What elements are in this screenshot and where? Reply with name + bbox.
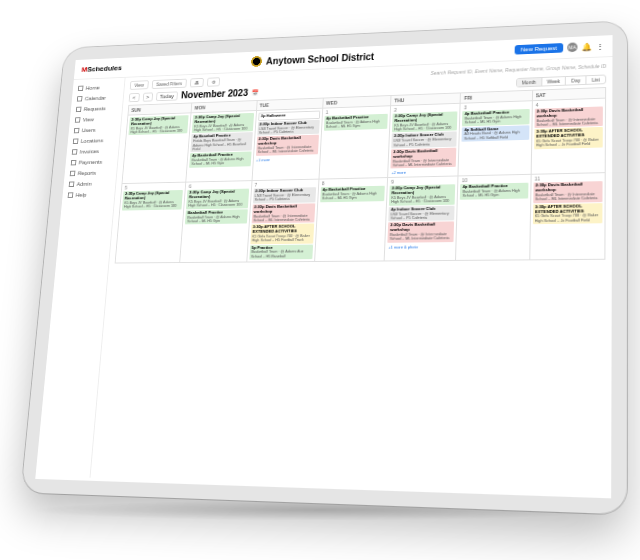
event[interactable]: 2:30p Davis Basketball workshopBasketbal… <box>391 148 457 169</box>
event[interactable]: 2:30p Indoor Soccer ClubLN3 Travel Socce… <box>252 187 316 203</box>
filter-saved[interactable]: Saved Filters <box>151 79 186 89</box>
event-detail: Fields Boys Baseball Team · @ Adams High… <box>192 138 250 152</box>
day-cell[interactable]: 22:30p Camp Joy (Special Recreation)K5 B… <box>388 104 461 179</box>
next-button[interactable]: > <box>142 92 153 101</box>
event-detail: K5 Boys JV Baseball · @ Adams High Schoo… <box>188 199 246 208</box>
event[interactable]: 4p Basketball PracticeBasketball Team · … <box>320 186 385 202</box>
event[interactable]: 2:30p Camp Joy (Special Recreation)K5 Bo… <box>186 189 248 209</box>
event[interactable]: 2:30p Camp Joy (Special Recreation)K5 Bo… <box>128 115 188 135</box>
event[interactable]: 4p Indoor Soccer ClubLN3 Travel Soccer ·… <box>388 205 455 221</box>
day-cell[interactable]: 52:30p Camp Joy (Special Recreation)K5 B… <box>116 183 187 264</box>
event-detail: Basketball Team · @ Adams High School – … <box>462 189 526 199</box>
view-tab-day[interactable]: Day <box>565 76 586 84</box>
sidebar-label: Reports <box>78 170 97 176</box>
calendar-icon[interactable]: 📅 <box>252 89 259 96</box>
sidebar-label: Requests <box>84 106 106 112</box>
event[interactable]: Basketball PracticeBasketball Team · @ A… <box>185 209 247 225</box>
event-detail: LN3 Travel Soccer · @ Elementary School … <box>254 193 313 202</box>
day-cell[interactable]: 104p Basketball PracticeBasketball Team … <box>456 175 531 261</box>
event[interactable]: 2:30p Davis Basketball workshopBasketbal… <box>388 222 455 243</box>
event[interactable]: 2:30p Davis Basketball workshopBasketbal… <box>256 135 319 156</box>
day-cell[interactable]: 42:30p Davis Basketball workshopBasketba… <box>531 99 606 175</box>
filter-view[interactable]: View <box>130 80 149 90</box>
event-detail: Basketball Team · @ Intermediate School … <box>390 232 453 241</box>
sidebar-label: Locations <box>81 138 104 144</box>
event-detail: Basketball Team · @ Adams High School – … <box>187 214 245 223</box>
new-request-button[interactable]: New Request <box>515 43 564 55</box>
day-cell[interactable]: 2:30p Camp Joy (Special Recreation)K5 Bo… <box>186 111 256 183</box>
bell-icon[interactable]: 🔔 <box>582 42 592 51</box>
prev-button[interactable]: < <box>129 93 140 102</box>
event[interactable]: 4p Basketball PracticeBasketball Team · … <box>460 183 528 200</box>
event[interactable]: 2:30p Davis Basketball workshopBasketbal… <box>534 106 603 128</box>
sidebar-label: Invoices <box>80 149 100 155</box>
day-cell[interactable]: 2:30p Camp Joy (Special Recreation)K5 Bo… <box>122 113 191 184</box>
event-detail: Basketball Team · @ Adams High School – … <box>326 119 386 129</box>
sidebar-item-help[interactable]: Help <box>62 189 115 201</box>
event-detail: K5 Boys JV Baseball · @ Adams High Schoo… <box>130 125 186 135</box>
view-tab-week[interactable]: Week <box>541 77 565 86</box>
print-icon[interactable]: 🖶 <box>190 78 204 87</box>
event[interactable]: 3:30p AFTER SCHOOL EXTENDED ACTIVITIESK5… <box>534 127 603 149</box>
event-detail: Basketball Team · @ Adams High School – … <box>322 192 383 202</box>
event-detail: K5 Boys JV Baseball · @ Adams High Schoo… <box>394 122 456 132</box>
brand-name: Schedules <box>87 63 122 72</box>
event[interactable]: 4p Basketball PracticeBasketball Team · … <box>324 114 388 131</box>
event-detail: Basketball Team · @ Adams High School – … <box>191 157 249 167</box>
main: View Saved Filters 🖶 ⚙ Search Request ID… <box>90 57 612 495</box>
tablet-frame: MSchedules Anytown School District New R… <box>21 21 627 514</box>
day-cell[interactable]: 72:30p Indoor Soccer ClubLN3 Travel Socc… <box>247 180 319 263</box>
sidebar-icon <box>76 107 82 112</box>
today-button[interactable]: Today <box>156 91 178 101</box>
event[interactable]: 2:30p Camp Joy (Special Recreation)K5 Bo… <box>389 185 456 206</box>
sidebar-label: Admin <box>76 181 91 187</box>
event-detail: LN3 Travel Soccer · @ Elementary School … <box>393 137 455 147</box>
event[interactable]: 2:30p Indoor Soccer ClubLN3 Travel Socce… <box>391 132 457 149</box>
event-detail: K5 Boys JV Baseball · @ Adams High Schoo… <box>124 200 181 209</box>
event[interactable]: 5p PracticeBasketball Team · @ Adams Aux… <box>249 244 313 260</box>
event[interactable]: 4p Softball GameA3 Heads Band · @ Adams … <box>462 125 529 142</box>
event-detail: Basketball Team · @ Intermediate School … <box>536 117 600 127</box>
day-cell[interactable]: 3p Halloween2:30p Indoor Soccer ClubLN3 … <box>252 109 323 182</box>
event-detail: LN3 Travel Soccer · @ Elementary School … <box>390 211 452 220</box>
month-label: November 2023 <box>181 88 249 100</box>
sidebar-icon <box>70 171 76 177</box>
event[interactable]: 3:30p AFTER SCHOOL EXTENDED ACTIVITIESK5… <box>250 224 314 244</box>
event-detail: Basketball Team · @ Intermediate School … <box>393 158 455 168</box>
event[interactable]: 2:30p Davis Basketball workshopBasketbal… <box>533 181 603 203</box>
brand: MSchedules <box>81 63 122 73</box>
event-detail: K5 Boys JV Baseball · @ Adams High Schoo… <box>391 195 453 205</box>
view-tab-list[interactable]: List <box>586 75 606 83</box>
day-cell[interactable]: 62:30p Camp Joy (Special Recreation)K5 B… <box>180 181 252 263</box>
day-cell[interactable]: 92:30p Camp Joy (Special Recreation)K5 B… <box>385 177 459 262</box>
event[interactable]: 3:30p AFTER SCHOOL EXTENDED ACTIVITIESK5… <box>533 203 603 224</box>
more-link[interactable]: +1 more <box>254 155 319 163</box>
avatar[interactable]: MA <box>567 42 577 52</box>
event[interactable]: 2:30p Camp Joy (Special Recreation)K5 Bo… <box>192 113 254 134</box>
sidebar-label: View <box>83 117 95 123</box>
event[interactable]: 4p Baseball PracticeFields Boys Baseball… <box>191 132 253 152</box>
event[interactable]: 2:30p Indoor Soccer ClubLN3 Travel Socce… <box>257 120 320 136</box>
calendar-grid: SUNMONTUEWEDTHUFRISAT2:30p Camp Joy (Spe… <box>115 87 607 264</box>
event-title: 3p Halloween <box>261 113 318 119</box>
more-link[interactable]: +2 more <box>389 168 457 176</box>
view-tab-month[interactable]: Month <box>517 78 541 87</box>
day-cell[interactable]: 112:30p Davis Basketball workshopBasketb… <box>530 173 606 260</box>
event-detail: K5 Girls Scout Troop 700 · @ Baker High … <box>535 214 601 224</box>
day-cell[interactable]: 14p Basketball PracticeBasketball Team ·… <box>319 106 391 180</box>
day-cell[interactable]: 84p Basketball PracticeBasketball Team ·… <box>315 178 388 262</box>
event-detail: K5 Girls Scout Troop 700 · @ Baker High … <box>252 234 312 243</box>
day-cell[interactable]: 34p Basketball PracticeBasketball Team ·… <box>459 101 533 177</box>
event[interactable]: 2:30p Davis Basketball workshopBasketbal… <box>251 203 315 223</box>
app-screen: MSchedules Anytown School District New R… <box>35 35 612 498</box>
view-tabs: MonthWeekDayList <box>516 74 607 87</box>
settings-icon[interactable]: ⚙ <box>207 77 220 86</box>
event[interactable]: 2:30p Camp Joy (Special Recreation)K5 Bo… <box>122 190 183 210</box>
event[interactable]: 4p Basketball PracticeBasketball Team · … <box>189 152 251 168</box>
event[interactable]: 4p Basketball PracticeBasketball Team · … <box>462 109 529 126</box>
event[interactable]: 2:30p Camp Joy (Special Recreation)K5 Bo… <box>392 111 458 132</box>
menu-icon[interactable]: ⋮ <box>596 42 604 51</box>
more-link[interactable]: +1 more & photo <box>386 243 455 251</box>
event-detail: Basketball Team · @ Intermediate School … <box>253 213 313 222</box>
sidebar-label: Help <box>75 192 86 198</box>
